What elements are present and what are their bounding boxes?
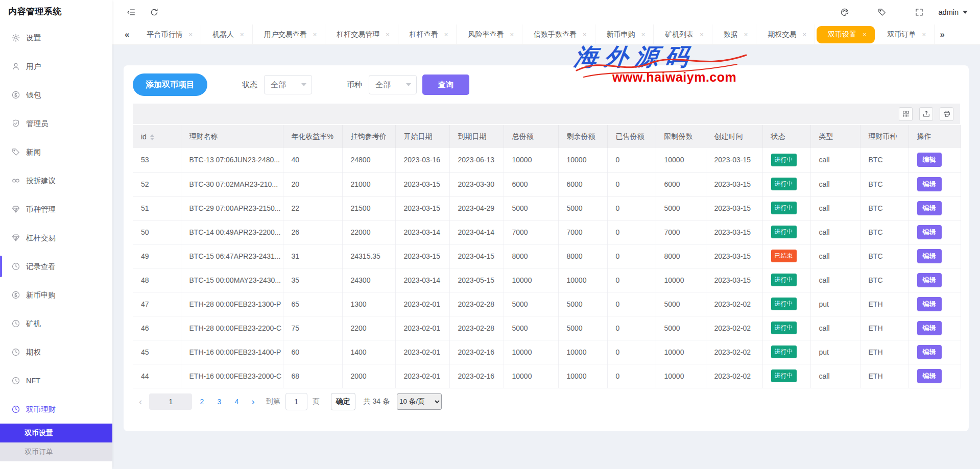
edit-button[interactable]: 编辑 [917,321,942,335]
column-header[interactable]: 总份额 [504,125,558,148]
table-row: 45ETH-16 00:00FEB23-1400-P6014002023-02-… [133,340,961,364]
tab[interactable]: 矿机列表× [654,24,712,45]
edit-button[interactable]: 编辑 [917,297,942,311]
column-header[interactable]: 理财币种 [860,125,909,148]
add-dual-currency-button[interactable]: 添加双币项目 [133,73,207,96]
sidebar-item[interactable]: 新币申购 [0,281,112,309]
column-header[interactable]: 到期日期 [449,125,504,148]
close-icon[interactable]: × [700,31,704,38]
column-header[interactable]: 年化收益率% [283,125,342,148]
fullscreen-icon[interactable] [915,8,924,17]
sidebar-subitem[interactable]: 双币设置 [0,424,112,442]
sidebar-item[interactable]: 双币理财 [0,395,112,424]
column-header[interactable]: id [133,125,181,148]
tab[interactable]: 杠杆交易管理× [325,24,398,45]
prev-page-icon[interactable]: ‹ [133,396,148,407]
edit-button[interactable]: 编辑 [917,345,942,359]
edit-button[interactable]: 编辑 [917,249,942,263]
close-icon[interactable]: × [444,31,448,38]
tabs-scroll-right-icon[interactable]: » [940,30,945,40]
edit-button[interactable]: 编辑 [917,177,942,191]
sidebar-item[interactable]: 投拆建议 [0,166,112,195]
status-select[interactable]: 全部 [264,75,312,94]
tab[interactable]: 平台币行情× [135,24,201,45]
column-header[interactable]: 限制份数 [656,125,706,148]
cell-sold: 0 [607,196,656,220]
tab[interactable]: 机器人× [201,24,253,45]
column-header[interactable]: 开始日期 [395,125,449,148]
export-icon[interactable] [919,107,933,121]
page-number[interactable]: 2 [194,393,209,410]
close-icon[interactable]: × [386,31,390,38]
sort-icon[interactable] [150,134,154,140]
tab[interactable]: 期权交易× [756,24,815,45]
next-page-icon[interactable]: › [245,396,260,407]
user-menu[interactable]: admin [939,8,968,16]
tabs-scroll-left-icon[interactable]: « [118,30,135,40]
page-jump-input[interactable] [285,393,307,410]
cell-type: put [810,292,860,316]
sidebar-item[interactable]: 新闻 [0,138,112,166]
close-icon[interactable]: × [863,31,867,38]
sidebar-item[interactable]: 钱包 [0,81,112,109]
sidebar-item[interactable]: 用户 [0,52,112,81]
edit-button[interactable]: 编辑 [917,273,942,287]
currency-select-value: 全部 [375,80,391,90]
tab-label: 机器人 [212,30,234,39]
confirm-button[interactable]: 确定 [331,393,355,410]
sidebar-item[interactable]: 币种管理 [0,195,112,224]
close-icon[interactable]: × [188,31,193,38]
close-icon[interactable]: × [802,31,806,38]
close-icon[interactable]: × [641,31,646,38]
column-header[interactable]: 类型 [810,125,860,148]
close-icon[interactable]: × [240,31,244,38]
close-icon[interactable]: × [922,31,926,38]
column-header[interactable]: 状态 [762,125,810,148]
palette-icon[interactable] [840,8,850,17]
menu-fold-icon[interactable] [127,8,136,17]
sidebar-item[interactable]: NFT [0,366,112,395]
tab[interactable]: 新币申购× [595,24,654,45]
refresh-icon[interactable] [150,8,159,17]
close-icon[interactable]: × [510,31,514,38]
column-header[interactable]: 挂钩参考价 [342,125,395,148]
close-icon[interactable]: × [583,31,587,38]
columns-icon[interactable] [899,107,913,121]
sidebar-item[interactable]: 杠杆交易 [0,224,112,252]
tab[interactable]: 用户交易查看× [253,24,326,45]
page-number[interactable]: 4 [229,393,244,410]
sidebar-item-label: 钱包 [26,90,41,100]
sidebar-item[interactable]: 矿机 [0,309,112,338]
close-icon[interactable]: × [744,31,748,38]
close-icon[interactable]: × [313,31,317,38]
column-header[interactable]: 理财名称 [181,125,283,148]
edit-button[interactable]: 编辑 [917,201,942,215]
currency-select[interactable]: 全部 [369,75,417,94]
edit-button[interactable]: 编辑 [917,225,942,239]
column-header[interactable]: 操作 [909,125,961,148]
cell-status: 已结束 [762,244,810,268]
query-button[interactable]: 查询 [422,75,469,95]
sidebar-item[interactable]: 设置 [0,23,112,52]
column-header[interactable]: 剩余份额 [558,125,607,148]
tab[interactable]: 双币订单× [876,24,935,45]
edit-button[interactable]: 编辑 [917,153,942,167]
tag-icon[interactable] [877,8,887,17]
tab[interactable]: 倍数手数查看× [522,24,595,45]
tab[interactable]: 数据× [712,24,757,45]
tab[interactable]: 双币设置× [817,26,875,43]
page-number[interactable]: 1 [149,393,192,410]
tab[interactable]: 风险率查看× [457,24,522,45]
page-size-select[interactable]: 10 条/页 [397,393,442,410]
tab[interactable]: 杠杆查看× [398,24,457,45]
column-header[interactable]: 已售份额 [607,125,656,148]
sidebar-item[interactable]: 期权 [0,338,112,366]
tabs-menu-chevron-icon[interactable] [957,30,967,39]
edit-button[interactable]: 编辑 [917,369,942,383]
sidebar-item[interactable]: 记录查看 [0,252,112,281]
sidebar-item[interactable]: 管理员 [0,109,112,138]
page-number[interactable]: 3 [211,393,227,410]
sidebar-subitem[interactable]: 双币订单 [0,442,112,461]
column-header[interactable]: 创建时间 [706,125,762,148]
print-icon[interactable] [940,107,953,121]
